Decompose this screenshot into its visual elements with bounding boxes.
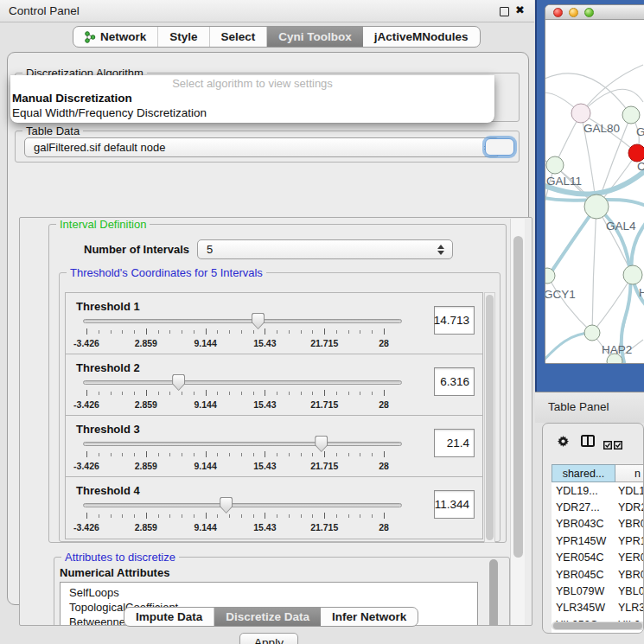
cell-name[interactable]: YBR0 [615,569,644,581]
node-gal11[interactable] [546,156,564,174]
tick-mark [324,451,325,457]
network-window: GAL80GACGAL11GAL4GCY1HHAP2 [545,4,644,364]
tab-infer-network[interactable]: Infer Network [321,608,418,626]
threshold-value-field[interactable]: 14.713 [434,306,475,335]
cell-name[interactable]: YBL0 [615,585,644,597]
cell-shared-name[interactable]: YER054C [552,552,615,564]
node-gal4[interactable] [584,194,609,219]
table-row[interactable]: YBL079WYBL0 [552,583,644,599]
tab-discretize-data[interactable]: Discretize Data [214,608,321,626]
table-row[interactable]: YBR043CYBR0 [552,516,644,532]
popup-option-manual-discretization[interactable]: Manual Discretization [10,91,494,105]
tick-mark [277,330,277,334]
thresholds-scrollbar[interactable] [484,292,495,543]
cell-shared-name[interactable]: YLR345W [552,602,615,614]
table-row[interactable]: YPR145WYPR1 [552,532,644,549]
tick-mark [169,514,170,518]
table-data-group: Table Data galFiltered.sif default node [15,131,520,163]
node-pink[interactable] [571,104,590,123]
apply-button[interactable]: Apply [239,633,298,644]
tick-mark [289,453,290,456]
cell-name[interactable]: YBR0 [615,518,644,530]
slider-track[interactable] [83,380,402,385]
table-row[interactable]: YDR27...YDR2 [552,499,644,515]
float-window-icon[interactable] [500,7,509,16]
tick-mark [146,390,147,396]
tick-mark [229,330,230,334]
column-header-shared-name[interactable]: shared... [552,464,615,482]
threshold-slider-4[interactable]: -3.4262.8599.14415.4321.71528 [83,500,402,536]
cell-shared-name[interactable]: YDR27... [552,501,615,513]
zoom-traffic-light-icon[interactable] [584,8,594,17]
popup-option-equal-width-frequency[interactable]: Equal Width/Frequency Discretization [10,105,494,120]
tick-mark [169,453,170,456]
minimize-traffic-light-icon[interactable] [569,8,578,17]
attributes-scrollbar[interactable] [489,559,498,626]
cell-name[interactable]: YDL1 [615,485,644,497]
network-canvas[interactable]: GAL80GACGAL11GAL4GCY1HHAP2 [545,20,644,364]
column-header-name[interactable]: n [615,464,644,482]
cell-shared-name[interactable]: YBR043C [552,518,615,530]
node-red[interactable] [628,144,644,162]
tab-select[interactable]: Select [210,27,268,47]
tick-mark [111,392,112,395]
cell-shared-name[interactable]: YBL079W [552,585,615,597]
split-columns-icon[interactable] [581,435,595,450]
cell-name[interactable]: YPR1 [615,535,644,547]
tab-network[interactable]: Network [73,27,158,47]
gear-icon[interactable] [557,435,570,451]
table-row[interactable]: YER054CYER0 [552,550,644,566]
tick-mark [265,390,265,396]
tick-label: 15.43 [253,338,276,348]
table-row[interactable]: YLR345WYLR3 [552,600,644,616]
threshold-value-field[interactable]: 21.4 [434,429,475,457]
threshold-slider-3[interactable]: -3.4262.8599.14415.4321.71528 [83,438,402,475]
table-data-combobox[interactable]: galFiltered.sif default node [24,137,500,157]
slider-thumb[interactable] [252,313,265,329]
slider-track[interactable] [83,319,402,323]
table-row[interactable]: YBR045CYBR0 [552,566,644,583]
threshold-value-field[interactable]: 6.316 [434,367,475,396]
tick-label: 15.43 [253,522,276,532]
close-traffic-light-icon[interactable] [553,8,563,17]
threshold-slider-1[interactable]: -3.4262.8599.14415.4321.71528 [83,316,402,352]
cell-name[interactable]: YER0 [615,552,644,564]
tick-mark [182,453,182,456]
threshold-value-field[interactable]: 11.344 [434,490,475,519]
slider-thumb[interactable] [220,497,233,513]
tick-mark [182,514,182,518]
cell-shared-name[interactable]: YBR045C [552,569,615,581]
tick-mark [158,392,159,395]
slider-thumb[interactable] [315,436,328,452]
tab-style[interactable]: Style [158,27,209,47]
node-hap2[interactable] [584,325,600,341]
close-icon[interactable]: ✖ [515,3,525,16]
slider-thumb[interactable] [172,374,185,391]
cell-name[interactable]: YLR3 [615,602,644,614]
tick-mark [206,328,207,335]
node-right[interactable] [623,265,642,284]
tab-cyni-toolbox[interactable]: Cyni Toolbox [267,27,363,47]
number-of-intervals-spinner[interactable]: 5 [197,239,453,259]
checkbox-icon-1[interactable] [603,437,612,453]
settings-scrollbar-thumb[interactable] [513,236,523,558]
threshold-slider-2[interactable]: -3.4262.8599.14415.4321.71528 [83,377,402,413]
slider-track[interactable] [83,503,402,507]
table-horizontal-scrollbar[interactable] [552,622,644,630]
tab-jactivemnodules[interactable]: jActiveMNodules [363,27,480,47]
tab-impute-data[interactable]: Impute Data [124,608,214,626]
tick-label: 9.144 [194,338,216,348]
cell-shared-name[interactable]: YDL19... [552,485,615,497]
checkbox-icon-2[interactable] [614,437,622,453]
table-row[interactable]: YDL19...YDL1 [552,482,644,499]
settings-scrollbar[interactable] [510,219,525,625]
tick-mark [324,390,325,396]
slider-track[interactable] [83,442,402,446]
attribute-item-selfloops[interactable]: SelfLoops [61,585,477,600]
node-green-top[interactable] [622,106,640,124]
algorithm-combobox[interactable] [485,138,514,156]
cell-name[interactable]: YDR2 [615,501,644,513]
cell-shared-name[interactable]: YPR145W [552,535,615,547]
tick-mark [241,514,242,518]
tick-mark [253,514,254,518]
